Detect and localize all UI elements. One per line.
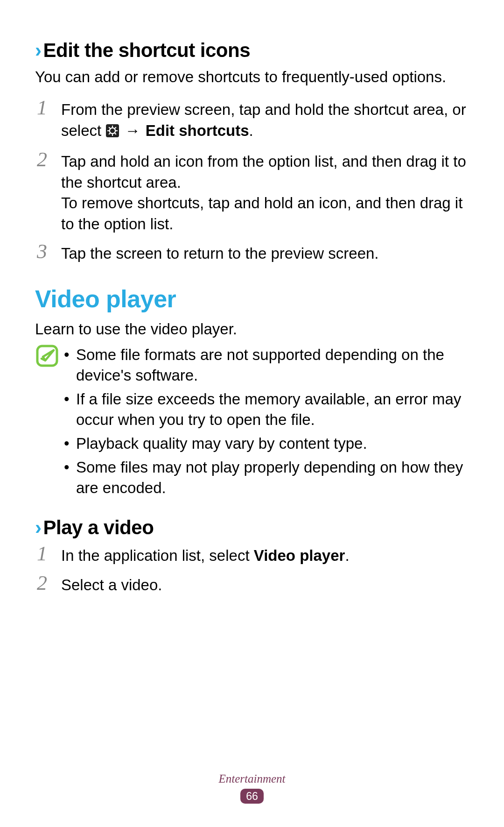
step-bold: Edit shortcuts bbox=[146, 122, 249, 139]
step-line2: To remove shortcuts, tap and hold an ico… bbox=[61, 193, 469, 234]
step-2: 2 Tap and hold an icon from the option l… bbox=[35, 149, 469, 234]
play-step-2: 2 Select a video. bbox=[35, 573, 469, 596]
gear-icon bbox=[105, 122, 119, 143]
list-item: • Some files may not play properly depen… bbox=[64, 457, 469, 499]
step-text: From the preview screen, tap and hold th… bbox=[61, 101, 466, 139]
note-block: • Some file formats are not supported de… bbox=[35, 345, 469, 502]
bullet-dot: • bbox=[64, 433, 76, 454]
page-number-badge: 66 bbox=[240, 789, 264, 804]
section2-intro: Learn to use the video player. bbox=[35, 319, 469, 340]
section-heading-edit-shortcuts: ›Edit the shortcut icons bbox=[35, 37, 469, 64]
step-body: In the application list, select Video pl… bbox=[61, 544, 469, 566]
step-number: 2 bbox=[35, 573, 61, 596]
step-text: Select a video. bbox=[61, 576, 162, 594]
page-footer: Entertainment 66 bbox=[0, 771, 504, 804]
bullet-dot: • bbox=[64, 345, 76, 386]
step-body: From the preview screen, tap and hold th… bbox=[61, 98, 469, 143]
step-1: 1 From the preview screen, tap and hold … bbox=[35, 98, 469, 143]
arrow-icon: → bbox=[125, 122, 140, 139]
step-number: 1 bbox=[35, 98, 61, 143]
section1-intro: You can add or remove shortcuts to frequ… bbox=[35, 67, 469, 88]
step-text: Tap the screen to return to the preview … bbox=[61, 245, 379, 262]
step-number: 1 bbox=[35, 544, 61, 566]
step-text: In the application list, select bbox=[61, 547, 254, 564]
step-body: Select a video. bbox=[61, 573, 469, 596]
bullet-dot: • bbox=[64, 389, 76, 431]
bullet-dot: • bbox=[64, 457, 76, 499]
bullet-text: Some files may not play properly dependi… bbox=[76, 457, 469, 499]
bullet-text: Some file formats are not supported depe… bbox=[76, 345, 469, 386]
list-item: • If a file size exceeds the memory avai… bbox=[64, 389, 469, 431]
note-icon bbox=[35, 345, 64, 502]
step-body: Tap and hold an icon from the option lis… bbox=[61, 149, 469, 234]
svg-rect-10 bbox=[37, 346, 57, 366]
heading-text: Edit the shortcut icons bbox=[43, 39, 251, 61]
step-text-end: . bbox=[345, 547, 349, 564]
chevron-icon: › bbox=[35, 516, 42, 538]
note-list: • Some file formats are not supported de… bbox=[64, 345, 469, 502]
play-step-1: 1 In the application list, select Video … bbox=[35, 544, 469, 566]
bullet-text: Playback quality may vary by content typ… bbox=[76, 433, 469, 454]
step-body: Tap the screen to return to the preview … bbox=[61, 241, 469, 264]
heading-text: Play a video bbox=[43, 516, 154, 538]
footer-category: Entertainment bbox=[0, 771, 504, 787]
step-number: 2 bbox=[35, 149, 61, 234]
step-bold: Video player bbox=[254, 547, 345, 564]
main-heading-video-player: Video player bbox=[35, 283, 469, 315]
step-3: 3 Tap the screen to return to the previe… bbox=[35, 241, 469, 264]
list-item: • Some file formats are not supported de… bbox=[64, 345, 469, 386]
step-line1: Tap and hold an icon from the option lis… bbox=[61, 151, 469, 193]
section-heading-play-video: ›Play a video bbox=[35, 515, 469, 541]
step-number: 3 bbox=[35, 241, 61, 264]
chevron-icon: › bbox=[35, 39, 42, 61]
bullet-text: If a file size exceeds the memory availa… bbox=[76, 389, 469, 431]
list-item: • Playback quality may vary by content t… bbox=[64, 433, 469, 454]
step-text-end: . bbox=[249, 122, 253, 139]
